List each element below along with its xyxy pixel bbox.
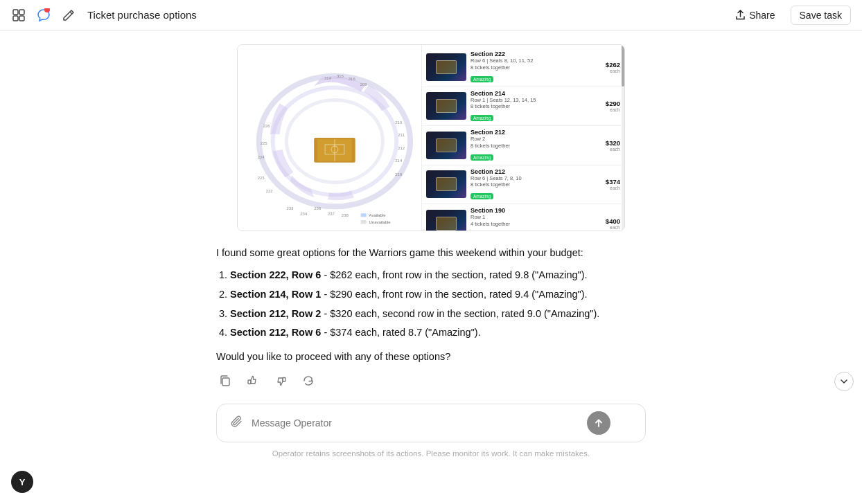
chat-options-list: Section 222, Row 6 - $262 each, front ro…: [230, 268, 646, 341]
input-row: [228, 411, 610, 435]
message-input[interactable]: [252, 413, 581, 433]
ticket-section-label: Section 212: [470, 168, 601, 175]
svg-rect-33: [361, 213, 367, 217]
svg-text:216: 216: [395, 172, 403, 177]
ticket-rows: Row 6 | Seats 8, 10, 11, 52: [470, 57, 601, 64]
ticket-badge: Amazing: [470, 193, 493, 199]
ticket-item[interactable]: Section 212 Row 2 8 tickets together Ama…: [422, 126, 624, 165]
svg-text:236: 236: [314, 206, 322, 210]
ticket-item[interactable]: Section 222 Row 6 | Seats 8, 10, 11, 52 …: [422, 48, 624, 87]
ticket-section-label: Section 222: [470, 51, 601, 57]
page-title: Ticket purchase options: [87, 9, 197, 21]
ticket-together: 8 tickets together: [470, 64, 601, 71]
svg-text:314: 314: [324, 76, 332, 80]
svg-text:224: 224: [258, 155, 265, 159]
header-right: Share Save task: [728, 6, 851, 25]
ticket-info: Section 212 Row 6 | Seats 7, 8, 10 8 tic…: [470, 168, 601, 201]
ticket-item[interactable]: Section 214 Row 1 | Seats 12, 13, 14, 15…: [422, 87, 624, 127]
main-content: 314 315 316 209 210 211 212 214 216 236 …: [0, 30, 862, 504]
scroll-down-button[interactable]: [834, 372, 854, 391]
scrollbar-thumb[interactable]: [622, 45, 624, 87]
option-bold: Section 212, Row 2: [230, 308, 321, 319]
svg-text:226: 226: [263, 124, 271, 128]
ticket-together: 8 tickets together: [470, 181, 601, 188]
svg-rect-35: [361, 220, 367, 224]
grid-icon[interactable]: [11, 8, 26, 23]
edit-icon[interactable]: [61, 8, 76, 23]
svg-rect-1: [19, 10, 24, 15]
input-area: [216, 397, 646, 442]
option-detail: - $290 each, front row in the section, r…: [321, 289, 587, 300]
chat-intro: I found some great options for the Warri…: [216, 245, 646, 261]
refresh-icon[interactable]: [299, 372, 317, 390]
copy-icon[interactable]: [216, 372, 234, 390]
svg-text:237: 237: [328, 212, 335, 216]
ticket-together: 4 tickets together: [470, 221, 601, 228]
ticket-rows: Row 1: [470, 214, 601, 221]
svg-rect-38: [248, 380, 251, 384]
svg-text:222: 222: [266, 189, 273, 193]
attach-icon[interactable]: [228, 413, 246, 434]
ticket-info: Section 190 Row 1 4 tickets together Ama…: [470, 207, 601, 231]
thumbs-down-icon[interactable]: [272, 372, 290, 390]
header-icon-group: [11, 8, 76, 23]
option-bold: Section 214, Row 1: [230, 289, 321, 300]
svg-text:Available: Available: [369, 213, 387, 217]
svg-text:225: 225: [261, 141, 268, 145]
ticket-price-col: $262 each: [606, 61, 620, 73]
option-detail: - $320 each, second row in the section, …: [321, 308, 599, 319]
thumbs-up-icon[interactable]: [244, 372, 262, 390]
ticket-price-each: each: [606, 186, 620, 190]
ticket-list: Section 222 Row 6 | Seats 8, 10, 11, 52 …: [421, 45, 624, 231]
svg-text:210: 210: [395, 120, 403, 125]
footer-disclaimer: Operator retains screenshots of its acti…: [272, 442, 590, 467]
scrollbar-track: [622, 45, 624, 231]
option-bold: Section 222, Row 6: [230, 269, 321, 280]
ticket-info: Section 222 Row 6 | Seats 8, 10, 11, 52 …: [470, 51, 601, 84]
ticket-item[interactable]: Section 190 Row 1 4 tickets together Ama…: [422, 204, 624, 231]
svg-rect-39: [283, 378, 285, 382]
ticket-price-col: $374 each: [606, 178, 620, 190]
ticket-section-label: Section 214: [470, 90, 601, 97]
ticket-thumbnail: [426, 132, 466, 159]
ticket-price: $290: [606, 100, 620, 107]
ticket-price-col: $320 each: [606, 139, 620, 152]
svg-text:Unavailable: Unavailable: [369, 220, 392, 224]
ticket-section-label: Section 212: [470, 129, 601, 136]
send-button[interactable]: [587, 411, 610, 435]
ticket-info: Section 212 Row 2 8 tickets together Ama…: [470, 129, 601, 162]
ticket-price-each: each: [606, 107, 620, 112]
svg-rect-3: [19, 16, 24, 21]
svg-text:209: 209: [360, 82, 368, 87]
ticket-rows: Row 6 | Seats 7, 8, 10: [470, 175, 601, 182]
screenshot-preview: 314 315 316 209 210 211 212 214 216 236 …: [237, 44, 625, 231]
svg-text:315: 315: [337, 74, 344, 78]
svg-text:211: 211: [398, 133, 405, 137]
ticket-thumbnail: [426, 92, 466, 120]
chat-option-item: Section 212, Row 2 - $320 each, second r…: [230, 307, 646, 322]
ticket-badge: Amazing: [470, 115, 493, 121]
ticket-thumbnail: [426, 53, 466, 81]
avatar: Y: [11, 471, 33, 493]
ticket-thumbnail: [426, 170, 466, 198]
svg-text:233: 233: [286, 206, 294, 210]
ticket-price-col: $290 each: [606, 100, 620, 112]
option-detail: - $374 each, rated 8.7 ("Amazing").: [321, 327, 480, 338]
ticket-info: Section 214 Row 1 | Seats 12, 13, 14, 15…: [470, 90, 601, 123]
chat-option-item: Section 214, Row 1 - $290 each, front ro…: [230, 287, 646, 303]
svg-text:234: 234: [300, 212, 308, 216]
ticket-rows: Row 2: [470, 136, 601, 143]
option-detail: - $262 each, front row in the section, r…: [321, 269, 587, 280]
action-icons: [216, 372, 646, 390]
share-button[interactable]: Share: [728, 6, 782, 24]
ticket-together: 8 tickets together: [470, 103, 601, 110]
svg-text:214: 214: [395, 159, 403, 163]
ticket-price-col: $400 each: [606, 217, 620, 230]
svg-rect-0: [13, 10, 18, 15]
svg-text:212: 212: [398, 146, 405, 150]
chat-icon[interactable]: [36, 8, 51, 23]
seat-map: 314 315 316 209 210 211 212 214 216 236 …: [238, 45, 421, 231]
save-task-button[interactable]: Save task: [791, 6, 851, 25]
ticket-item[interactable]: Section 212 Row 6 | Seats 7, 8, 10 8 tic…: [422, 165, 624, 205]
svg-rect-37: [222, 378, 229, 386]
